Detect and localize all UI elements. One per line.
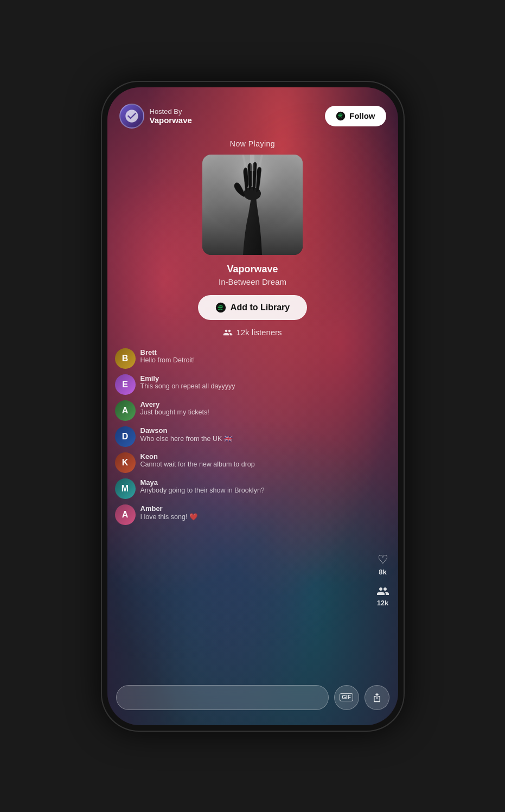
chat-message-text: I love this song! ❤️ [140, 513, 198, 521]
chat-message: MMayaAnybody going to their show in Broo… [115, 478, 391, 499]
heart-icon: ♡ [378, 553, 388, 567]
chat-username: Keon [140, 452, 255, 461]
chat-text-block: EmilyThis song on repeat all dayyyyy [140, 374, 235, 390]
chat-avatar: M [115, 478, 136, 499]
chat-avatar: A [115, 400, 136, 421]
chat-username: Avery [140, 400, 209, 408]
message-input[interactable] [116, 685, 329, 710]
chat-text-block: KeonCannot wait for the new album to dro… [140, 452, 255, 468]
chat-message: KKeonCannot wait for the new album to dr… [115, 452, 391, 473]
chat-avatar: E [115, 374, 136, 395]
chat-message-text: Just bought my tickets! [140, 408, 209, 416]
follow-label: Follow [349, 111, 375, 120]
chat-avatar: A [115, 504, 136, 525]
chat-username: Maya [140, 478, 265, 487]
phone-frame: Hosted By Vaporwave Follow Now Playi [101, 81, 405, 732]
hosted-by-label: Hosted By [150, 107, 192, 116]
chat-message-text: Hello from Detroit! [140, 356, 195, 364]
album-art-image [202, 155, 303, 255]
album-art [202, 155, 303, 255]
listeners-stat-value: 12k [377, 599, 389, 607]
chat-avatar: K [115, 452, 136, 473]
chat-username: Brett [140, 348, 195, 356]
header: Hosted By Vaporwave Follow [107, 87, 398, 134]
chat-message-text: Who else here from the UK 🇬🇧 [140, 434, 233, 443]
chat-messages: BBrettHello from Detroit!EEmilyThis song… [115, 348, 391, 525]
gif-label: GIF [340, 693, 353, 701]
chat-message-text: This song on repeat all dayyyyy [140, 382, 235, 390]
svg-point-0 [336, 111, 346, 120]
chat-message: AAveryJust bought my tickets! [115, 400, 391, 421]
gif-button[interactable]: GIF [334, 685, 359, 710]
chat-text-block: MayaAnybody going to their show in Brook… [140, 478, 265, 494]
chat-section: BBrettHello from Detroit!EEmilyThis song… [107, 346, 398, 679]
phone-screen: Hosted By Vaporwave Follow Now Playi [107, 87, 398, 725]
chat-message: DDawsonWho else here from the UK 🇬🇧 [115, 426, 391, 447]
listeners-stat: 12k [376, 585, 389, 607]
track-artist: Vaporwave [219, 264, 286, 275]
chat-text-block: BrettHello from Detroit! [140, 348, 195, 364]
chat-text-block: DawsonWho else here from the UK 🇬🇧 [140, 426, 233, 443]
track-name: In-Between Dream [219, 277, 286, 286]
chat-message-text: Cannot wait for the new album to drop [140, 461, 255, 468]
right-stats: ♡ 8k 12k [376, 553, 389, 613]
listeners-icon [376, 585, 389, 598]
listeners-label: 12k listeners [236, 328, 282, 337]
chat-avatar: D [115, 426, 136, 447]
chat-message-text: Anybody going to their show in Brooklyn? [140, 487, 265, 494]
chat-username: Emily [140, 374, 235, 382]
chat-message: BBrettHello from Detroit! [115, 348, 391, 369]
chat-message: EEmilyThis song on repeat all dayyyyy [115, 374, 391, 395]
chat-text-block: AveryJust bought my tickets! [140, 400, 209, 416]
bottom-bar: GIF [107, 679, 398, 725]
host-text: Hosted By Vaporwave [150, 107, 192, 125]
chat-username: Amber [140, 504, 198, 513]
share-button[interactable] [365, 685, 389, 710]
add-to-library-button[interactable]: Add to Library [198, 295, 307, 320]
track-info: Vaporwave In-Between Dream [219, 264, 286, 286]
now-playing-section: Now Playing [107, 134, 398, 346]
listeners-count: 12k listeners [223, 328, 282, 337]
host-name: Vaporwave [150, 116, 192, 125]
chat-avatar: B [115, 348, 136, 369]
likes-stat: ♡ 8k [378, 553, 388, 576]
chat-message: AAmberI love this song! ❤️ [115, 504, 391, 525]
host-info: Hosted By Vaporwave [119, 104, 192, 129]
phone-content: Hosted By Vaporwave Follow Now Playi [107, 87, 398, 725]
add-library-label: Add to Library [231, 303, 290, 312]
follow-button[interactable]: Follow [325, 106, 386, 126]
now-playing-label: Now Playing [230, 139, 275, 148]
share-icon [372, 693, 382, 702]
host-avatar [119, 104, 144, 129]
chat-text-block: AmberI love this song! ❤️ [140, 504, 198, 521]
likes-value: 8k [379, 568, 386, 576]
chat-username: Dawson [140, 426, 233, 434]
